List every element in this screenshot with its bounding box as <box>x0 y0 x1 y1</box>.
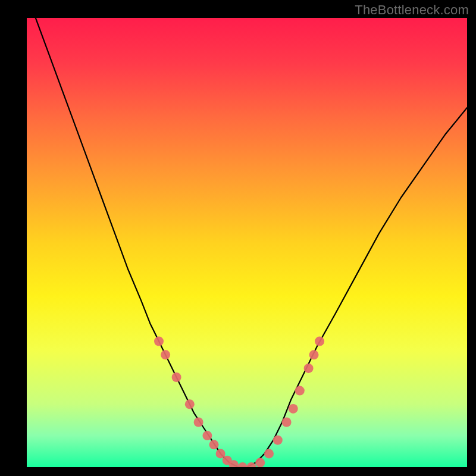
marker-dot <box>304 364 314 373</box>
marker-dot <box>161 350 170 359</box>
marker-dot <box>289 404 298 414</box>
marker-dot <box>154 337 164 346</box>
chart-frame: TheBottleneck.com <box>0 0 476 476</box>
marker-dot <box>273 436 283 445</box>
marker-dot <box>194 418 203 427</box>
marker-dot <box>309 350 319 359</box>
marker-dot <box>255 458 265 468</box>
gradient-background <box>27 18 467 467</box>
marker-dot <box>282 418 292 427</box>
marker-dot <box>202 431 212 440</box>
marker-dot <box>295 386 305 396</box>
plot-svg <box>27 18 467 467</box>
plot-area <box>27 18 467 467</box>
marker-dot <box>264 449 274 458</box>
marker-dot <box>315 337 324 346</box>
marker-dot <box>185 399 195 409</box>
marker-dot <box>209 440 219 449</box>
marker-dot <box>172 372 181 382</box>
watermark-text: TheBottleneck.com <box>355 2 469 18</box>
